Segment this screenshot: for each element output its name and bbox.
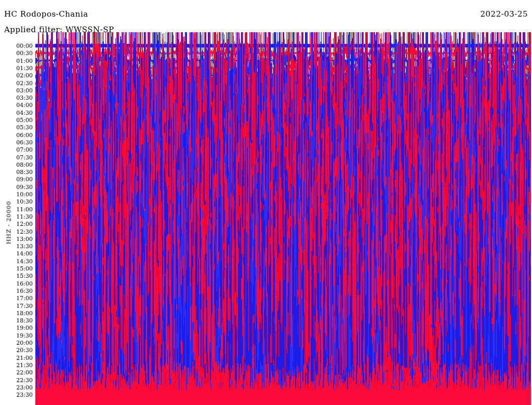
time-axis-label: 15:00 — [4, 265, 33, 272]
helicorder-plot — [0, 0, 532, 405]
time-axis-label: 04:00 — [4, 102, 33, 109]
time-axis-label: 01:00 — [4, 58, 33, 64]
time-axis-label: 12:30 — [4, 228, 33, 235]
time-axis-label: 23:00 — [4, 384, 33, 391]
date-label: 2022-03-25 — [481, 9, 528, 19]
time-axis-label: 09:30 — [4, 184, 33, 191]
time-axis-label: 15:30 — [4, 273, 33, 279]
time-axis-label: 05:30 — [4, 124, 33, 131]
time-axis-label: 06:00 — [4, 132, 33, 139]
helicorder-page: HC Rodopos-Chania 2022-03-25 Applied fil… — [0, 0, 532, 405]
time-axis-label: 07:00 — [4, 146, 33, 153]
time-axis-label: 17:30 — [4, 303, 33, 309]
time-axis-label: 22:30 — [4, 377, 33, 384]
time-axis-label: 08:00 — [4, 161, 33, 168]
time-axis-label: 17:00 — [4, 295, 33, 302]
time-axis-label: 16:30 — [4, 288, 33, 294]
time-axis-label: 07:30 — [4, 154, 33, 161]
time-axis-label: 08:30 — [4, 169, 33, 176]
time-axis-label: 23:30 — [4, 392, 33, 398]
time-axis-label: 00:00 — [4, 43, 33, 49]
time-axis-label: 05:00 — [4, 117, 33, 124]
time-axis-label: 02:00 — [4, 72, 33, 79]
time-axis-label: 22:00 — [4, 369, 33, 376]
time-axis-label: 14:00 — [4, 250, 33, 257]
time-axis-label: 14:30 — [4, 258, 33, 265]
time-axis-label: 21:00 — [4, 355, 33, 361]
time-axis-label: 00:30 — [4, 50, 33, 57]
time-axis-label: 21:30 — [4, 362, 33, 369]
time-axis-label: 03:00 — [4, 87, 33, 94]
time-axis-label: 20:30 — [4, 347, 33, 354]
time-axis-label: 04:30 — [4, 110, 33, 116]
time-axis-label: 06:30 — [4, 139, 33, 146]
time-axis-label: 01:30 — [4, 65, 33, 72]
time-axis-label: 10:30 — [4, 198, 33, 205]
time-axis-label: 18:00 — [4, 310, 33, 317]
time-axis-label: 10:00 — [4, 191, 33, 198]
time-axis-label: 16:00 — [4, 280, 33, 287]
time-axis-label: 19:00 — [4, 325, 33, 331]
time-axis-label: 11:00 — [4, 206, 33, 213]
time-axis-label: 03:30 — [4, 95, 33, 101]
time-axis-label: 02:30 — [4, 80, 33, 87]
time-axis-label: 13:00 — [4, 236, 33, 242]
time-axis-label: 11:30 — [4, 213, 33, 220]
time-axis-label: 09:00 — [4, 176, 33, 183]
time-axis-label: 12:00 — [4, 221, 33, 227]
time-axis-label: 18:30 — [4, 317, 33, 324]
applied-filter-label: Applied filter: WWSSN-SP — [4, 25, 114, 34]
time-axis-label: 13:30 — [4, 243, 33, 250]
time-axis-label: 20:00 — [4, 340, 33, 346]
time-axis-label: 19:30 — [4, 332, 33, 339]
station-title: HC Rodopos-Chania — [4, 9, 88, 19]
